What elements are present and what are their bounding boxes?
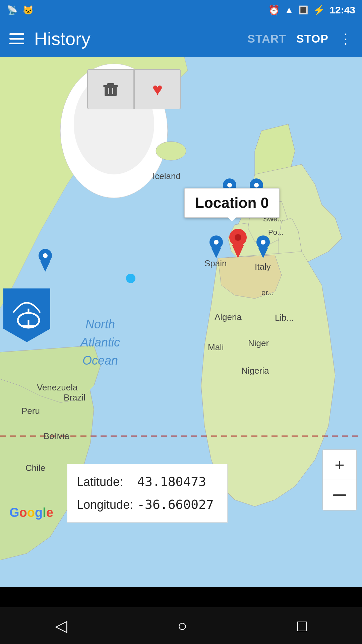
france-er-label: er... <box>261 288 274 297</box>
svg-point-21 <box>261 240 265 245</box>
venezuela-label: Venezuela <box>37 382 77 393</box>
svg-marker-19 <box>211 248 221 258</box>
svg-rect-33 <box>108 88 109 94</box>
menu-button[interactable] <box>9 33 24 44</box>
peru-label: Peru <box>21 406 40 416</box>
more-options-button[interactable]: ⋮ <box>339 31 353 47</box>
svg-point-18 <box>214 240 219 245</box>
favorite-button[interactable]: ♥ <box>134 69 181 109</box>
bolivia-label: Bolivia <box>44 431 69 441</box>
page-title: History <box>34 28 237 49</box>
spain-label: Spain <box>204 258 227 269</box>
niger-label: Niger <box>248 338 269 348</box>
start-button[interactable]: START <box>247 32 286 45</box>
nigeria-label: Nigeria <box>241 366 269 376</box>
latitude-value: 43.180473 <box>137 470 218 493</box>
brazil-label: Brazil <box>64 392 85 403</box>
battery-icon: ⚡ <box>313 5 325 16</box>
status-bar: 📡 🐱 ⏰ ▲ 🔳 ⚡ 12:43 <box>0 0 362 20</box>
app-bar: History START STOP ⋮ <box>0 20 362 57</box>
map-toolbar: ♥ <box>87 69 181 109</box>
satellite-icon <box>10 299 44 332</box>
recents-button[interactable]: □ <box>297 616 307 635</box>
ocean-label: NorthAtlanticOcean <box>80 315 120 370</box>
svg-point-9 <box>227 183 232 187</box>
navigation-bar: ◁ ○ □ <box>0 607 362 644</box>
svg-point-3 <box>156 142 186 160</box>
svg-marker-25 <box>40 261 50 272</box>
alarm-icon: ⏰ <box>268 5 280 16</box>
wifi-signal-icon: ▲ <box>285 5 294 15</box>
svg-rect-34 <box>112 88 113 94</box>
status-bar-right-icons: ⏰ ▲ 🔳 ⚡ 12:43 <box>268 4 355 16</box>
algeria-label: Algeria <box>215 312 242 322</box>
zoom-out-button[interactable] <box>323 480 356 510</box>
longitude-value: -36.660027 <box>137 493 218 516</box>
map-pin-blue-4[interactable] <box>255 235 272 258</box>
wifi-icon: 📡 <box>7 5 17 15</box>
svg-point-24 <box>43 253 48 258</box>
map-pin-blue-5[interactable] <box>37 248 54 272</box>
chile-label: Chile <box>25 463 45 473</box>
mali-label: Mali <box>208 342 224 353</box>
delete-button[interactable] <box>87 69 134 109</box>
lib-label: Lib... <box>275 313 294 323</box>
clock: 12:43 <box>329 4 355 16</box>
back-button[interactable]: ◁ <box>55 616 67 635</box>
map-pin-red[interactable] <box>228 228 248 258</box>
google-logo: Google <box>9 505 53 520</box>
iceland-label: Iceland <box>153 171 181 181</box>
stop-button[interactable]: STOP <box>296 32 328 45</box>
zoom-in-button[interactable]: + <box>323 450 356 480</box>
location-callout: Location 0 <box>184 188 280 218</box>
svg-point-6 <box>126 274 135 283</box>
home-button[interactable]: ○ <box>177 616 187 635</box>
map-pin-blue-3[interactable] <box>208 235 225 258</box>
svg-rect-32 <box>103 85 118 87</box>
svg-marker-22 <box>258 248 268 258</box>
svg-marker-16 <box>232 245 244 258</box>
map-container[interactable]: Iceland Norway Swe... Spain Italy Po... … <box>0 57 362 587</box>
italy-label: Italy <box>255 262 271 272</box>
zoom-controls: + <box>322 449 357 511</box>
latitude-label: Latitude: <box>77 470 137 493</box>
heart-icon: ♥ <box>153 79 163 99</box>
svg-point-12 <box>254 183 259 187</box>
cat-icon: 🐱 <box>23 5 34 15</box>
signal-off-icon: 🔳 <box>298 5 308 15</box>
longitude-label: Longitude: <box>77 493 137 516</box>
coordinates-box: Latitude: 43.180473 Longitude: -36.66002… <box>67 464 228 523</box>
svg-point-15 <box>235 234 241 241</box>
status-bar-left-icons: 📡 🐱 <box>7 5 34 15</box>
